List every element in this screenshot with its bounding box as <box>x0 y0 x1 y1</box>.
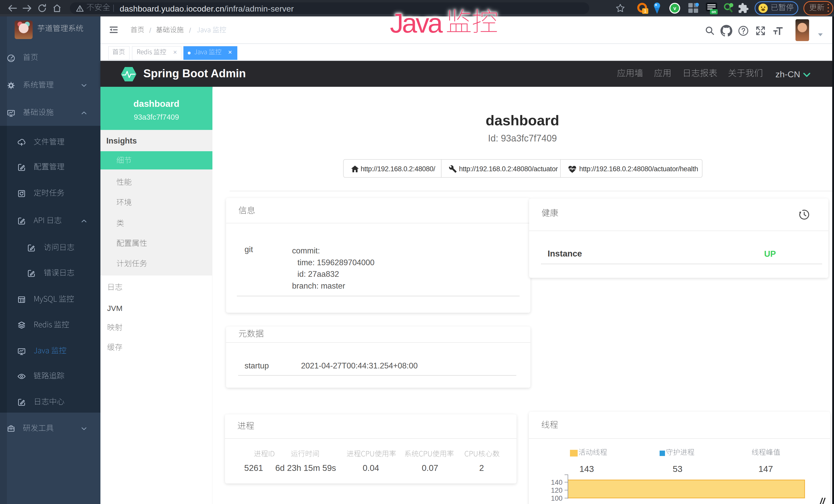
svg-text:1: 1 <box>644 8 646 14</box>
svg-text:v: v <box>673 5 676 11</box>
svg-text:on: on <box>711 10 716 14</box>
